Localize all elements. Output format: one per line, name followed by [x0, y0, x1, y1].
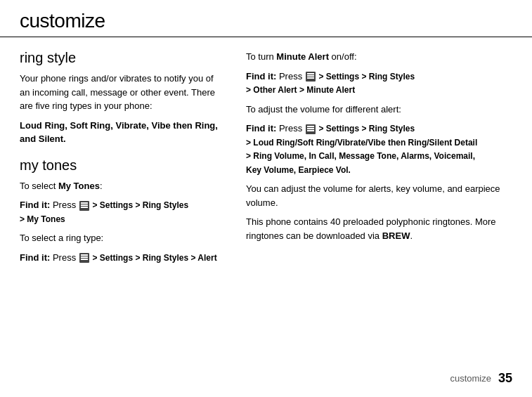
- polyphonic-text: This phone contains 40 preloaded polypho…: [246, 215, 515, 242]
- minute-alert-findit-label: Find it:: [246, 71, 276, 82]
- volume-findit-label: Find it:: [246, 123, 276, 134]
- ring-types-bold: Loud Ring, Soft Ring, Vibrate, Vibe then…: [20, 120, 218, 145]
- right-column: To turn Minute Alert on/off: Find it: Pr…: [239, 50, 532, 392]
- minute-alert-intro: To turn Minute Alert on/off:: [246, 50, 515, 64]
- page-header: customize: [0, 0, 532, 37]
- volume-findit: Find it: Press > Settings > Ring Styles …: [246, 122, 515, 176]
- my-tones-findit-label: Find it:: [20, 200, 50, 210]
- ring-type-findit-text: Press: [53, 252, 79, 263]
- content-area: ring style Your phone rings and/or vibra…: [0, 37, 532, 392]
- my-tones-title: my tones: [20, 157, 222, 174]
- my-tones-menu2: > My Tones: [20, 214, 65, 224]
- volume-intro: To adjust the volume for different alert…: [246, 103, 515, 117]
- ring-style-types: Loud Ring, Soft Ring, Vibrate, Vibe then…: [20, 119, 222, 146]
- my-tones-menu1: > Settings > Ring Styles: [92, 200, 188, 210]
- ring-type-menu: > Settings > Ring Styles > Alert: [92, 253, 216, 263]
- menu-icon-1: [79, 201, 89, 211]
- volume-menu4: Key Volume, Earpiece Vol.: [246, 165, 351, 175]
- ring-type-findit: Find it: Press > Settings > Ring Styles …: [20, 251, 222, 265]
- volume-note: You can adjust the volume for alerts, ke…: [246, 182, 515, 209]
- brew-bold: BREW: [382, 230, 410, 241]
- my-tones-intro: To select My Tones:: [20, 179, 222, 193]
- page-footer: customize 35: [450, 371, 512, 386]
- ring-type-findit-label: Find it:: [20, 252, 50, 263]
- left-column: ring style Your phone rings and/or vibra…: [0, 50, 239, 392]
- footer-label: customize: [450, 373, 491, 384]
- minute-alert-menu2: > Other Alert > Minute Alert: [246, 85, 355, 95]
- minute-alert-findit-text: Press: [279, 71, 305, 82]
- volume-findit-text: Press: [279, 123, 305, 134]
- menu-icon-3: [306, 72, 316, 82]
- menu-icon-2: [79, 253, 89, 263]
- menu-icon-4: [306, 124, 316, 134]
- minute-alert-findit: Find it: Press > Settings > Ring Styles …: [246, 70, 515, 97]
- volume-menu1: > Settings > Ring Styles: [318, 124, 415, 134]
- ring-style-title: ring style: [20, 50, 222, 66]
- ring-style-body1: Your phone rings and/or vibrates to noti…: [20, 72, 222, 113]
- volume-menu2: > Loud Ring/Soft Ring/Vibrate/Vibe then …: [246, 138, 477, 148]
- page-title: customize: [20, 10, 105, 32]
- ring-type-intro: To select a ring type:: [20, 231, 222, 245]
- footer-page-number: 35: [498, 371, 512, 386]
- minute-alert-menu1: > Settings > Ring Styles: [318, 72, 415, 82]
- volume-menu3: > Ring Volume, In Call, Message Tone, Al…: [246, 151, 475, 161]
- my-tones-findit-text: Press: [53, 200, 79, 210]
- my-tones-findit: Find it: Press > Settings > Ring Styles …: [20, 198, 222, 226]
